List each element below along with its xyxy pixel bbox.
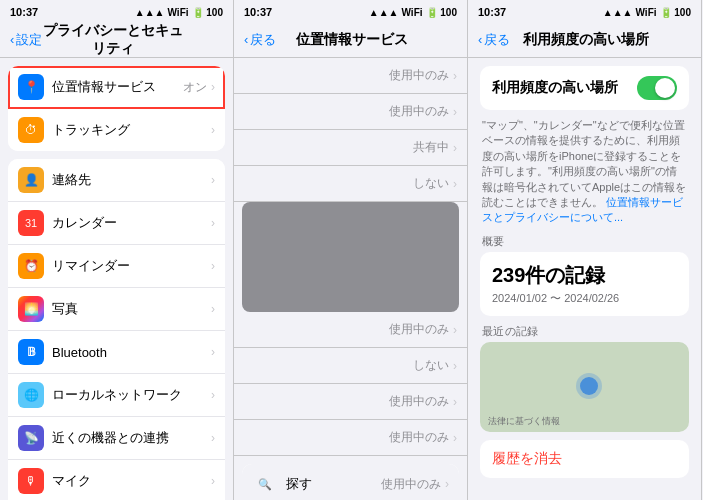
icon-find: 🔍 [252, 471, 278, 497]
label-photos: 写真 [52, 300, 211, 318]
label-microphone: マイク [52, 472, 211, 490]
nav-bar-3: ‹ 戻る 利用頻度の高い場所 [468, 22, 701, 58]
back-button-3[interactable]: ‹ 戻る [478, 31, 510, 49]
icon-reminders: ⏰ [18, 253, 44, 279]
nav-bar-2: ‹ 戻る 位置情報サービス [234, 22, 467, 58]
panel-location-services: 10:37 ▲▲▲ WiFi 🔋 100 ‹ 戻る 位置情報サービス 使用中のみ… [234, 0, 468, 500]
signal-icon-2: ▲▲▲ [369, 7, 399, 18]
status-icons-2: ▲▲▲ WiFi 🔋 100 [369, 7, 457, 18]
status-icons-1: ▲▲▲ WiFi 🔋 100 [135, 7, 223, 18]
delete-history-button[interactable]: 履歴を消去 [480, 440, 689, 478]
icon-microphone: 🎙 [18, 468, 44, 494]
panel3-content: 利用頻度の高い場所 "マップ"、"カレンダー"などで便利な位置ベースの情報を提供… [468, 58, 701, 500]
toggle-switch-frequent[interactable] [637, 76, 677, 100]
list-item-tracking[interactable]: ⏱ トラッキング › [8, 109, 225, 151]
back-button-1[interactable]: ‹ 設定 [10, 31, 42, 49]
icon-bluetooth: 𝔹 [18, 339, 44, 365]
icon-nearby: 📡 [18, 425, 44, 451]
chevron-tracking: › [211, 123, 215, 137]
chevron-calendar: › [211, 216, 215, 230]
status-bar-2: 10:37 ▲▲▲ WiFi 🔋 100 [234, 0, 467, 22]
time-1: 10:37 [10, 6, 38, 18]
p2-find-row[interactable]: 🔍 探す 使用中のみ › [242, 464, 459, 500]
wifi-icon-2: WiFi [402, 7, 423, 18]
panel-privacy-security: 10:37 ▲▲▲ WiFi 🔋 100 ‹ 設定 プライバシーとセキュリティ … [0, 0, 234, 500]
signal-icon-3: ▲▲▲ [603, 7, 633, 18]
map-location-dot [580, 377, 598, 395]
chevron-nearby: › [211, 431, 215, 445]
list-item-microphone[interactable]: 🎙 マイク › [8, 460, 225, 500]
p2-status-1: 使用中のみ [389, 67, 449, 84]
icon-tracking: ⏱ [18, 117, 44, 143]
chevron-location: › [211, 80, 215, 94]
p2-row-5[interactable]: 使用中のみ › [234, 312, 467, 348]
panel1-content: 📍 位置情報サービス オン › ⏱ トラッキング › 👤 連絡先 [0, 58, 233, 500]
nav-title-3: 利用頻度の高い場所 [510, 31, 661, 49]
p2-row-4[interactable]: しない › [234, 166, 467, 202]
p2-map-placeholder [242, 202, 459, 312]
chevron-photos: › [211, 302, 215, 316]
label-calendar: カレンダー [52, 214, 211, 232]
p2-status-4: しない [413, 175, 449, 192]
p3-bottom-section: 履歴を消去 [480, 440, 689, 478]
time-3: 10:37 [478, 6, 506, 18]
p2-row-2[interactable]: 使用中のみ › [234, 94, 467, 130]
privacy-list: 📍 位置情報サービス オン › ⏱ トラッキング › [8, 66, 225, 151]
p3-records-date: 2024/01/02 〜 2024/02/26 [492, 291, 677, 306]
icon-contacts: 👤 [18, 167, 44, 193]
icon-location: 📍 [18, 74, 44, 100]
toggle-row-frequent: 利用頻度の高い場所 [480, 66, 689, 110]
chevron-localnetwork: › [211, 388, 215, 402]
p2-app-list: 使用中のみ › 使用中のみ › 共有中 › しない › [234, 58, 467, 202]
p2-row-3[interactable]: 共有中 › [234, 130, 467, 166]
list-item-calendar[interactable]: 31 カレンダー › [8, 202, 225, 245]
back-chevron-1: ‹ [10, 32, 14, 47]
p3-latest-title: 最近の記録 [482, 324, 689, 339]
battery-icon-2: 🔋 100 [426, 7, 457, 18]
list-item-nearby[interactable]: 📡 近くの機器との連携 › [8, 417, 225, 460]
nav-title-2: 位置情報サービス [276, 31, 427, 49]
p3-description: "マップ"、"カレンダー"などで便利な位置ベースの情報を提供するために、利用頻度… [480, 118, 689, 226]
map-label: 法律に基づく情報 [488, 415, 560, 428]
back-label-2: 戻る [250, 31, 276, 49]
p2-row-1[interactable]: 使用中のみ › [234, 58, 467, 94]
icon-photos: 🌅 [18, 296, 44, 322]
p2-status-7: 使用中のみ [389, 393, 449, 410]
chevron-reminders: › [211, 259, 215, 273]
status-bar-1: 10:37 ▲▲▲ WiFi 🔋 100 [0, 0, 233, 22]
label-reminders: リマインダー [52, 257, 211, 275]
label-tracking: トラッキング [52, 121, 211, 139]
list-item-photos[interactable]: 🌅 写真 › [8, 288, 225, 331]
p2-row-6[interactable]: しない › [234, 348, 467, 384]
p2-row-7[interactable]: 使用中のみ › [234, 384, 467, 420]
signal-icon-1: ▲▲▲ [135, 7, 165, 18]
back-label-1: 設定 [16, 31, 42, 49]
label-find: 探す [286, 475, 381, 493]
list-item-localnetwork[interactable]: 🌐 ローカルネットワーク › [8, 374, 225, 417]
nav-title-1: プライバシーとセキュリティ [42, 22, 183, 58]
list-item-bluetooth[interactable]: 𝔹 Bluetooth › [8, 331, 225, 374]
battery-icon-3: 🔋 100 [660, 7, 691, 18]
p3-stat-box: 239件の記録 2024/01/02 〜 2024/02/26 [480, 252, 689, 316]
label-bluetooth: Bluetooth [52, 345, 211, 360]
list-item-reminders[interactable]: ⏰ リマインダー › [8, 245, 225, 288]
p3-records-count: 239件の記録 [492, 262, 677, 289]
p2-status-3: 共有中 [413, 139, 449, 156]
list-item-location[interactable]: 📍 位置情報サービス オン › [8, 66, 225, 109]
battery-icon-1: 🔋 100 [192, 7, 223, 18]
icon-calendar: 31 [18, 210, 44, 236]
status-find: 使用中のみ [381, 476, 441, 493]
back-chevron-2: ‹ [244, 32, 248, 47]
chevron-microphone: › [211, 474, 215, 488]
list-item-contacts[interactable]: 👤 連絡先 › [8, 159, 225, 202]
status-bar-3: 10:37 ▲▲▲ WiFi 🔋 100 [468, 0, 701, 22]
back-chevron-3: ‹ [478, 32, 482, 47]
wifi-icon-3: WiFi [636, 7, 657, 18]
label-nearby: 近くの機器との連携 [52, 429, 211, 447]
p3-map: 法律に基づく情報 [480, 342, 689, 432]
chevron-bluetooth: › [211, 345, 215, 359]
back-label-3: 戻る [484, 31, 510, 49]
time-2: 10:37 [244, 6, 272, 18]
p2-row-8[interactable]: 使用中のみ › [234, 420, 467, 456]
back-button-2[interactable]: ‹ 戻る [244, 31, 276, 49]
